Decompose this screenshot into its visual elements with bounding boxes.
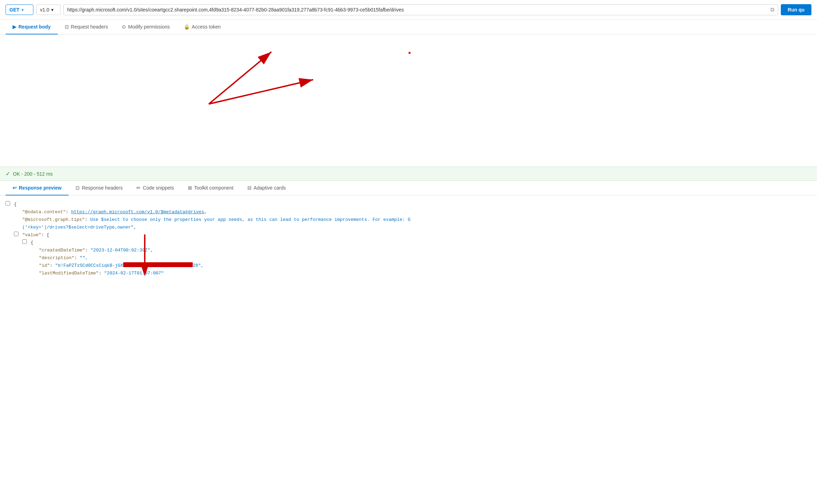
json-item1-open: { <box>6 239 811 247</box>
red-dot <box>408 52 411 54</box>
version-chevron-icon: ▾ <box>51 7 54 13</box>
status-ok-icon: ✓ <box>6 170 10 177</box>
json-odata-context-row: "@odata.context" : https://graph.microso… <box>6 209 811 216</box>
request-body-area <box>0 34 817 167</box>
tab-code-snippets-label: Code snippets <box>143 185 174 191</box>
created-datetime-value: 2023-12-04T00:02:39Z <box>93 248 148 253</box>
method-select[interactable]: GET ▾ <box>6 5 33 15</box>
last-modified-key: lastModifiedDateTime <box>42 271 96 276</box>
status-text: OK - 200 - 512 ms <box>13 171 53 177</box>
copy-icon[interactable]: ⧉ <box>770 7 774 13</box>
json-last-modified-row: "lastModifiedDateTime" : "2024-02-17T01:… <box>6 270 811 278</box>
tab-request-body-label: Request body <box>18 24 51 30</box>
svg-line-1 <box>209 52 271 104</box>
graph-tips-key: @microsoft.graph.tips <box>25 217 82 222</box>
main-container: GET ▾ v1.0 ▾ ⧉ Run qu ▶ Request body ⊡ R… <box>0 0 817 283</box>
request-headers-icon: ⊡ <box>65 24 69 30</box>
tab-adaptive-cards-label: Adaptive cards <box>254 185 286 191</box>
request-body-icon: ▶ <box>13 24 16 30</box>
tab-toolkit-component-label: Toolkit component <box>194 185 233 191</box>
json-created-datetime-row: "createdDateTime" : "2023-12-04T00:02:39… <box>6 247 811 255</box>
svg-line-2 <box>209 80 313 104</box>
created-datetime-key: createdDateTime <box>42 248 82 253</box>
id-key: id <box>42 263 47 268</box>
url-input-wrapper: ⧉ <box>63 4 778 15</box>
tab-access-token-label: Access token <box>192 24 221 30</box>
run-query-button[interactable]: Run qu <box>781 4 811 15</box>
method-label: GET <box>9 7 19 13</box>
odata-context-key: @odata.context <box>25 209 63 215</box>
tab-modify-permissions-label: Modify permissions <box>128 24 170 30</box>
json-id-row: "id" : "b!FaPZTzSCd0CCsCiqkB-jGX 28", <box>6 262 811 270</box>
json-root-open: { <box>6 201 811 209</box>
value-key: value <box>25 232 39 238</box>
tab-code-snippets[interactable]: ✏ Code snippets <box>129 181 181 195</box>
odata-context-link[interactable]: https://graph.microsoft.com/v1.0/$metada… <box>71 209 204 216</box>
response-preview-icon: ↩ <box>13 185 17 191</box>
id-redacted <box>123 262 193 267</box>
access-token-icon: 🔒 <box>184 24 190 30</box>
tab-response-headers[interactable]: ⊡ Response headers <box>69 181 130 195</box>
tab-toolkit-component[interactable]: ⊞ Toolkit component <box>181 181 240 195</box>
tab-request-headers[interactable]: ⊡ Request headers <box>58 20 115 34</box>
tab-request-body[interactable]: ▶ Request body <box>6 20 58 34</box>
tab-modify-permissions[interactable]: ⊙ Modify permissions <box>115 20 177 34</box>
response-headers-icon: ⊡ <box>76 185 80 191</box>
tab-response-preview[interactable]: ↩ Response preview <box>6 181 69 195</box>
id-suffix: 28", <box>193 263 204 268</box>
last-modified-value: 2024-02-17T01:07:007 <box>107 271 161 276</box>
json-graph-tips-cont: ('<key>')/drives?$select=driveType,owner… <box>6 224 811 232</box>
response-content: { "@odata.context" : https://graph.micro… <box>0 195 817 283</box>
modify-permissions-icon: ⊙ <box>122 24 126 30</box>
adaptive-cards-icon: ⊟ <box>247 185 252 191</box>
response-tabs: ↩ Response preview ⊡ Response headers ✏ … <box>0 181 817 195</box>
url-bar-section: GET ▾ v1.0 ▾ ⧉ Run qu <box>0 0 817 20</box>
json-root-checkbox[interactable] <box>6 201 10 206</box>
arrows-overlay <box>0 34 817 167</box>
json-item1-checkbox[interactable] <box>22 239 27 244</box>
response-section: ↩ Response preview ⊡ Response headers ✏ … <box>0 181 817 283</box>
version-select[interactable]: v1.0 ▾ <box>36 5 61 15</box>
tab-request-headers-label: Request headers <box>71 24 108 30</box>
status-bar: ✓ OK - 200 - 512 ms <box>0 167 817 181</box>
request-tabs: ▶ Request body ⊡ Request headers ⊙ Modif… <box>0 20 817 34</box>
tab-response-preview-label: Response preview <box>19 185 62 191</box>
toolkit-component-icon: ⊞ <box>188 185 192 191</box>
tab-response-headers-label: Response headers <box>82 185 123 191</box>
graph-tips-value: Use $select to choose only the propertie… <box>90 216 411 224</box>
json-value-checkbox[interactable] <box>14 232 18 236</box>
method-chevron-icon: ▾ <box>22 8 23 12</box>
json-description-row: "description" : "", <box>6 255 811 262</box>
id-prefix: b!FaPZTzSCd0CCsCiqkB-jGX <box>58 263 123 268</box>
description-key: description <box>42 255 72 261</box>
json-graph-tips-row: "@microsoft.graph.tips" : Use $select to… <box>6 216 811 224</box>
url-input[interactable] <box>67 7 768 13</box>
tab-access-token[interactable]: 🔒 Access token <box>177 20 228 34</box>
graph-tips-suffix: ('<key>')/drives?$select=driveType,owner… <box>22 224 136 231</box>
tab-adaptive-cards[interactable]: ⊟ Adaptive cards <box>240 181 293 195</box>
code-snippets-icon: ✏ <box>136 185 141 191</box>
version-label: v1.0 <box>40 7 49 13</box>
json-value-row: "value" : [ <box>6 232 811 239</box>
